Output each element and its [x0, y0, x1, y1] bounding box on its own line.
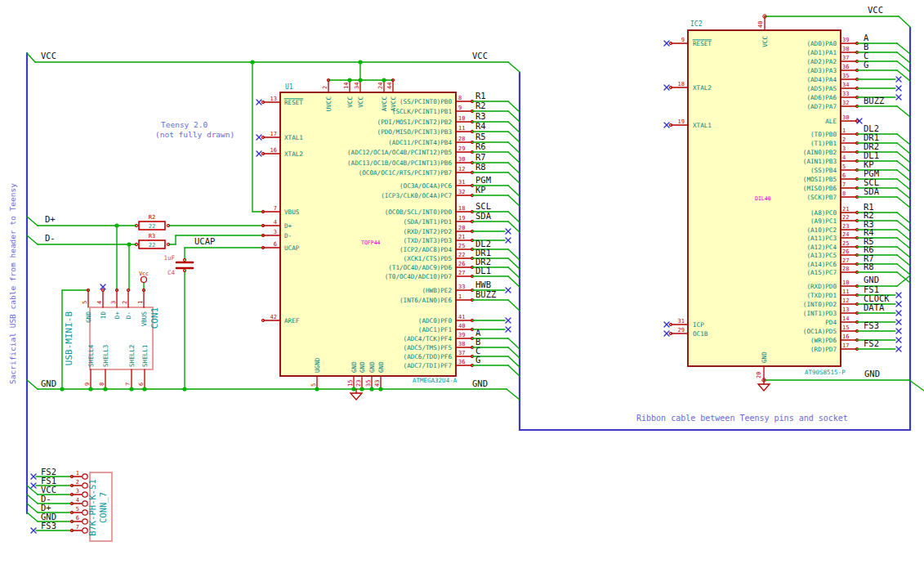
- net-label[interactable]: G: [475, 355, 480, 365]
- net-label[interactable]: R2: [475, 101, 486, 110]
- pin-number: 24: [842, 231, 849, 238]
- junction-dot: [358, 60, 362, 64]
- pin-number: 32: [842, 100, 849, 106]
- pin-name: (T1)PB1: [810, 140, 837, 147]
- component-c4[interactable]: 1uFC4: [163, 254, 193, 276]
- pin-number: 3: [274, 229, 277, 235]
- component-ref: IC2: [690, 20, 703, 28]
- pin-name: D-: [284, 232, 292, 239]
- pin-name: (SCK)PB7: [806, 194, 837, 201]
- net-label[interactable]: R6: [475, 141, 486, 151]
- pin-number: 18: [678, 81, 685, 87]
- pin-name: (ADC1)PF1: [418, 326, 453, 333]
- pin-name: (WR)PD6: [810, 337, 837, 344]
- net-label[interactable]: SCL: [475, 201, 491, 211]
- net-label[interactable]: R4: [475, 121, 486, 131]
- component-value: USB-MINI-B: [64, 311, 74, 366]
- net-label[interactable]: GND: [864, 369, 880, 378]
- net-label[interactable]: HWB: [475, 280, 491, 289]
- component-ic2[interactable]: IC2AT90S8515-PDIL409RESET18XTAL219XTAL13…: [664, 16, 857, 380]
- pin-number: 6: [138, 383, 145, 386]
- net-label[interactable]: SDA: [864, 186, 880, 196]
- net-label[interactable]: DL1: [475, 266, 491, 275]
- pin-number: 24: [377, 83, 384, 89]
- pin-name: (INT6/AIN0)PE6: [400, 297, 452, 304]
- component-r3[interactable]: R322: [139, 233, 165, 248]
- net-label[interactable]: UCAP: [194, 236, 215, 246]
- wire: [508, 122, 520, 132]
- pin-name: XTAL2: [284, 150, 303, 158]
- pin-name: (A13)PC5: [806, 252, 837, 259]
- net-label[interactable]: KP: [475, 185, 486, 195]
- pin-number: 1: [842, 128, 846, 134]
- net-label[interactable]: R7: [475, 152, 486, 162]
- pin-name: (A15)PC7: [806, 269, 837, 276]
- net-label[interactable]: GND: [864, 275, 879, 284]
- pin-number: 12: [458, 166, 465, 172]
- pin-number: 40: [458, 323, 465, 329]
- net-label[interactable]: GND: [472, 378, 488, 388]
- net-label[interactable]: R3: [475, 111, 486, 121]
- net-label[interactable]: FS3: [41, 521, 56, 530]
- pin-name: (ADC12/OC1A/OC4B/PCINT12)PB5: [347, 149, 452, 156]
- pin-name: AVCC: [381, 96, 388, 111]
- pin-number: 26: [842, 248, 849, 255]
- bus-entry: [27, 504, 38, 513]
- pin-name: (ADC0)PF0: [418, 317, 453, 325]
- net-label[interactable]: FS3: [864, 320, 879, 330]
- wire: [897, 152, 910, 163]
- net-label[interactable]: G: [864, 60, 868, 69]
- wire: [897, 188, 910, 199]
- net-label[interactable]: R8: [864, 262, 874, 271]
- net-label[interactable]: R1: [475, 91, 486, 101]
- junction-dot: [250, 60, 254, 64]
- net-label[interactable]: BUZZ: [864, 96, 884, 105]
- pin-name: (ADC5/TMS)PF5: [404, 344, 452, 351]
- wire: [899, 16, 910, 27]
- pin-number: 29: [678, 327, 685, 333]
- pin-number: 9: [84, 383, 91, 386]
- component-conn7[interactable]: B7K-PH-K-S1CONN_71234567: [72, 470, 112, 541]
- net-label[interactable]: R5: [475, 132, 486, 141]
- wire: [508, 249, 520, 260]
- net-label[interactable]: VCC: [41, 51, 56, 60]
- net-label[interactable]: VCC: [472, 51, 488, 60]
- pin-name: SHELL1: [141, 344, 149, 367]
- pin-name: ICP: [693, 321, 704, 329]
- pin-name: VCC: [346, 96, 354, 108]
- net-label[interactable]: PGM: [475, 175, 491, 185]
- wire: [508, 101, 520, 112]
- wire: [508, 142, 520, 153]
- pin-name: (OC3A/OC4A)PC6: [400, 182, 452, 190]
- net-label[interactable]: SDA: [475, 211, 492, 221]
- net-label[interactable]: BUZZ: [475, 289, 496, 299]
- wire: [897, 179, 910, 190]
- pin-name: (TXD/INT3)PD3: [404, 237, 452, 244]
- net-label[interactable]: DATA: [864, 302, 885, 312]
- pin-number: 2: [122, 301, 128, 304]
- component-r2[interactable]: R222: [139, 214, 165, 230]
- pin-number: 30: [842, 114, 849, 121]
- net-label[interactable]: GND: [41, 378, 56, 388]
- pin-number: 17: [842, 342, 849, 349]
- wire: [507, 389, 520, 400]
- pin-name: (PDO/MISO/PCINT3)PB3: [377, 128, 452, 136]
- pin-name: (A9)PC1: [810, 217, 837, 225]
- component-u1[interactable]: U1ATMEGA32U4-ATQFP4413RESET17XTAL116XTAL…: [257, 80, 472, 389]
- wire: [897, 106, 910, 117]
- component-ref: CONN_7: [98, 492, 109, 523]
- net-label[interactable]: FS2: [864, 338, 879, 348]
- net-label[interactable]: VCC: [868, 5, 883, 15]
- pin-name: OC1B: [693, 330, 708, 338]
- component-value: 22: [149, 223, 155, 230]
- net-label[interactable]: D+: [45, 214, 56, 224]
- pin-number: 6: [842, 172, 846, 179]
- pin-number: 16: [270, 147, 277, 154]
- component-con1[interactable]: USB-MINI-BCON15GND4ID3D+2D-1VBUS9SHELL48…: [64, 284, 160, 389]
- schematic-canvas[interactable]: U1ATMEGA32U4-ATQFP4413RESET17XTAL116XTAL…: [0, 0, 924, 564]
- net-label[interactable]: R8: [475, 162, 486, 172]
- pin-name: (AD2)PA2: [806, 58, 837, 65]
- net-label[interactable]: D-: [45, 233, 56, 243]
- pin-name: (INT0)PD2: [803, 301, 837, 308]
- pin-name: (TXD)PD1: [806, 292, 837, 299]
